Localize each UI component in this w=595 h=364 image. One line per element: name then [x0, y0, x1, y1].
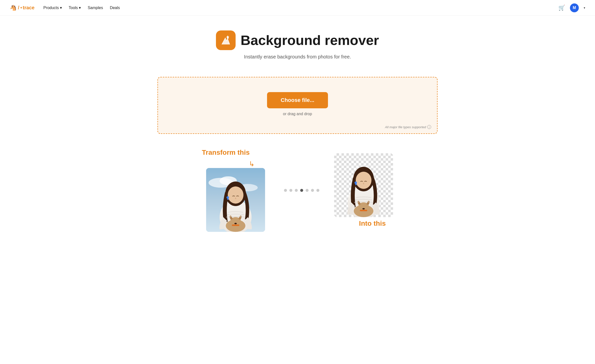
logo-slash: /: [18, 5, 19, 11]
pagination-dots: [284, 189, 319, 192]
nav-products[interactable]: Products ▾: [43, 5, 62, 10]
svg-point-25: [362, 208, 365, 210]
file-types-note: All major file types supported i: [385, 125, 431, 129]
before-photo: [206, 168, 265, 232]
tools-caret-icon: ▾: [79, 5, 81, 10]
nav-deals[interactable]: Deals: [110, 6, 120, 10]
avatar-caret-icon[interactable]: ▾: [584, 6, 585, 10]
svg-rect-15: [232, 224, 239, 226]
dot-7[interactable]: [316, 189, 319, 192]
transform-label: Transform this: [202, 149, 250, 156]
logo-star-icon: ✦: [20, 6, 22, 10]
dot-3[interactable]: [295, 189, 298, 192]
svg-point-18: [356, 172, 371, 189]
svg-point-9: [227, 198, 229, 200]
navbar: 🐴 / ✦ trace Products ▾ Tools ▾ Samples D…: [0, 0, 595, 16]
logo-trace-text: / ✦ trace: [18, 5, 34, 11]
hero-title-row: Background remover: [5, 30, 590, 50]
logo-horse-icon: 🐴: [10, 5, 16, 11]
upload-zone[interactable]: Choose file... or drag and drop All majo…: [157, 77, 438, 134]
choose-file-button[interactable]: Choose file...: [267, 92, 328, 108]
nav-tools[interactable]: Tools ▾: [69, 5, 81, 10]
hero-subtitle: Instantly erase backgrounds from photos …: [5, 54, 590, 60]
dot-4-active[interactable]: [300, 189, 303, 192]
svg-point-14: [234, 223, 237, 224]
page-title: Background remover: [241, 33, 379, 48]
logo-link[interactable]: 🐴 / ✦ trace: [10, 5, 34, 11]
demo-left: Transform this ↳: [202, 149, 269, 232]
demo-middle: [284, 189, 319, 192]
svg-point-7: [228, 186, 243, 204]
cart-icon[interactable]: 🛒: [558, 5, 565, 11]
nav-right: 🛒 M ▾: [558, 3, 585, 12]
dot-6[interactable]: [311, 189, 314, 192]
demo-right: ✦: [334, 153, 393, 227]
dot-2[interactable]: [289, 189, 292, 192]
svg-point-19: [354, 182, 357, 184]
avatar[interactable]: M: [570, 3, 579, 12]
dot-5[interactable]: [306, 189, 309, 192]
dot-1[interactable]: [284, 189, 287, 192]
hero-section: Background remover Instantly erase backg…: [0, 16, 595, 70]
transform-arrow-icon: ↳: [249, 160, 255, 168]
nav-samples[interactable]: Samples: [88, 6, 103, 10]
hero-app-icon: [216, 30, 236, 50]
info-icon[interactable]: i: [427, 125, 431, 129]
after-image: [334, 153, 393, 217]
svg-point-20: [355, 184, 357, 185]
drag-drop-text: or drag and drop: [168, 112, 427, 116]
svg-point-8: [227, 196, 229, 199]
products-caret-icon: ▾: [60, 5, 62, 10]
before-image: [206, 168, 265, 232]
demo-section: Transform this ↳: [157, 149, 438, 247]
into-label: Into this: [359, 220, 386, 227]
svg-rect-26: [360, 210, 367, 211]
nav-links: Products ▾ Tools ▾ Samples Deals: [43, 5, 558, 10]
